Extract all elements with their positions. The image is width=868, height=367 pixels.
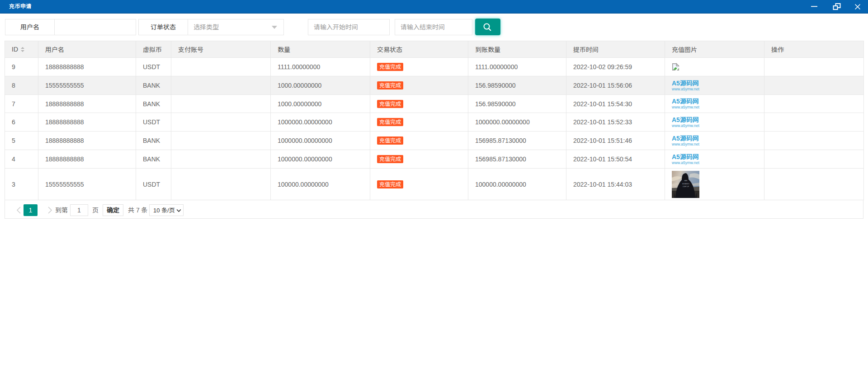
svg-text:LIGHT UP: LIGHT UP bbox=[683, 185, 689, 187]
svg-text:MOMENTS: MOMENTS bbox=[682, 183, 689, 184]
svg-text:HER: HER bbox=[684, 180, 688, 182]
